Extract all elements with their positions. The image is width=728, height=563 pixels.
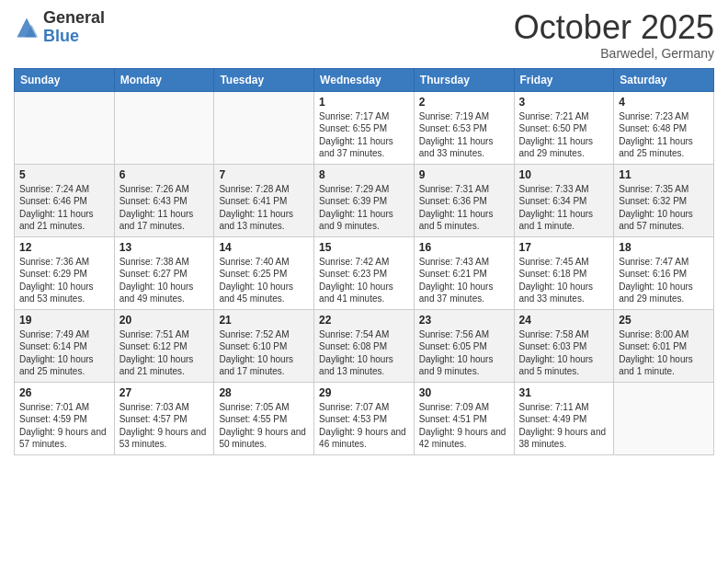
calendar-header-thursday: Thursday <box>414 68 514 91</box>
day-info: Sunrise: 7:21 AM Sunset: 6:50 PM Dayligh… <box>519 110 609 160</box>
day-number: 2 <box>419 96 509 109</box>
calendar: SundayMondayTuesdayWednesdayThursdayFrid… <box>14 68 714 455</box>
day-number: 22 <box>319 314 409 327</box>
day-number: 25 <box>619 314 709 327</box>
calendar-cell <box>614 382 714 454</box>
day-info: Sunrise: 7:17 AM Sunset: 6:55 PM Dayligh… <box>319 110 409 160</box>
calendar-cell: 13Sunrise: 7:38 AM Sunset: 6:27 PM Dayli… <box>114 236 214 309</box>
calendar-week-row-3: 12Sunrise: 7:36 AM Sunset: 6:29 PM Dayli… <box>15 236 714 309</box>
calendar-cell: 26Sunrise: 7:01 AM Sunset: 4:59 PM Dayli… <box>15 382 115 454</box>
day-number: 10 <box>519 168 609 181</box>
logo-blue-text: Blue <box>43 28 105 46</box>
calendar-cell: 25Sunrise: 8:00 AM Sunset: 6:01 PM Dayli… <box>614 309 714 382</box>
calendar-week-row-2: 5Sunrise: 7:24 AM Sunset: 6:46 PM Daylig… <box>15 164 714 236</box>
calendar-cell: 5Sunrise: 7:24 AM Sunset: 6:46 PM Daylig… <box>15 164 115 236</box>
day-info: Sunrise: 7:07 AM Sunset: 4:53 PM Dayligh… <box>319 401 409 451</box>
day-info: Sunrise: 7:29 AM Sunset: 6:39 PM Dayligh… <box>319 183 409 233</box>
day-info: Sunrise: 7:26 AM Sunset: 6:43 PM Dayligh… <box>119 183 210 233</box>
calendar-header-tuesday: Tuesday <box>214 68 314 91</box>
logo: General Blue <box>14 9 105 46</box>
day-info: Sunrise: 7:54 AM Sunset: 6:08 PM Dayligh… <box>319 328 409 378</box>
location: Barwedel, Germany <box>514 46 714 61</box>
day-number: 16 <box>419 241 509 254</box>
day-number: 6 <box>119 168 210 181</box>
page: General Blue October 2025 Barwedel, Germ… <box>0 0 728 563</box>
day-info: Sunrise: 7:28 AM Sunset: 6:41 PM Dayligh… <box>219 183 309 233</box>
calendar-cell: 21Sunrise: 7:52 AM Sunset: 6:10 PM Dayli… <box>214 309 314 382</box>
day-info: Sunrise: 7:36 AM Sunset: 6:29 PM Dayligh… <box>19 256 109 305</box>
day-info: Sunrise: 7:23 AM Sunset: 6:48 PM Dayligh… <box>619 110 709 160</box>
day-info: Sunrise: 7:03 AM Sunset: 4:57 PM Dayligh… <box>119 401 210 451</box>
day-number: 23 <box>419 314 509 327</box>
calendar-cell: 6Sunrise: 7:26 AM Sunset: 6:43 PM Daylig… <box>114 164 214 236</box>
day-number: 1 <box>319 96 409 109</box>
calendar-cell: 30Sunrise: 7:09 AM Sunset: 4:51 PM Dayli… <box>414 382 514 454</box>
calendar-cell <box>214 91 314 164</box>
day-number: 30 <box>419 386 509 399</box>
calendar-cell: 17Sunrise: 7:45 AM Sunset: 6:18 PM Dayli… <box>514 236 614 309</box>
day-number: 19 <box>19 314 109 327</box>
day-number: 27 <box>119 386 210 399</box>
calendar-week-row-1: 1Sunrise: 7:17 AM Sunset: 6:55 PM Daylig… <box>15 91 714 164</box>
calendar-cell: 31Sunrise: 7:11 AM Sunset: 4:49 PM Dayli… <box>514 382 614 454</box>
day-info: Sunrise: 7:45 AM Sunset: 6:18 PM Dayligh… <box>519 256 609 305</box>
day-number: 18 <box>619 241 709 254</box>
calendar-cell <box>114 91 214 164</box>
day-info: Sunrise: 7:42 AM Sunset: 6:23 PM Dayligh… <box>319 256 409 305</box>
calendar-cell: 11Sunrise: 7:35 AM Sunset: 6:32 PM Dayli… <box>614 164 714 236</box>
day-info: Sunrise: 7:40 AM Sunset: 6:25 PM Dayligh… <box>219 256 309 305</box>
day-number: 3 <box>519 96 609 109</box>
day-number: 20 <box>119 314 210 327</box>
day-number: 12 <box>19 241 109 254</box>
calendar-cell: 1Sunrise: 7:17 AM Sunset: 6:55 PM Daylig… <box>314 91 415 164</box>
calendar-cell: 19Sunrise: 7:49 AM Sunset: 6:14 PM Dayli… <box>15 309 115 382</box>
calendar-cell: 20Sunrise: 7:51 AM Sunset: 6:12 PM Dayli… <box>114 309 214 382</box>
calendar-cell: 23Sunrise: 7:56 AM Sunset: 6:05 PM Dayli… <box>414 309 514 382</box>
day-info: Sunrise: 7:58 AM Sunset: 6:03 PM Dayligh… <box>519 328 609 378</box>
day-number: 31 <box>519 386 609 399</box>
day-number: 15 <box>319 241 409 254</box>
month-title: October 2025 <box>514 9 714 46</box>
calendar-cell: 29Sunrise: 7:07 AM Sunset: 4:53 PM Dayli… <box>314 382 415 454</box>
calendar-cell <box>15 91 115 164</box>
logo-icon <box>14 15 40 40</box>
day-info: Sunrise: 7:05 AM Sunset: 4:55 PM Dayligh… <box>219 401 309 451</box>
calendar-cell: 10Sunrise: 7:33 AM Sunset: 6:34 PM Dayli… <box>514 164 614 236</box>
calendar-cell: 4Sunrise: 7:23 AM Sunset: 6:48 PM Daylig… <box>614 91 714 164</box>
day-info: Sunrise: 7:47 AM Sunset: 6:16 PM Dayligh… <box>619 256 709 305</box>
logo-text: General Blue <box>43 9 105 46</box>
day-info: Sunrise: 7:19 AM Sunset: 6:53 PM Dayligh… <box>419 110 509 160</box>
day-info: Sunrise: 7:24 AM Sunset: 6:46 PM Dayligh… <box>19 183 109 233</box>
calendar-cell: 12Sunrise: 7:36 AM Sunset: 6:29 PM Dayli… <box>15 236 115 309</box>
day-number: 11 <box>619 168 709 181</box>
calendar-header-row: SundayMondayTuesdayWednesdayThursdayFrid… <box>15 68 714 91</box>
day-info: Sunrise: 7:35 AM Sunset: 6:32 PM Dayligh… <box>619 183 709 233</box>
calendar-cell: 7Sunrise: 7:28 AM Sunset: 6:41 PM Daylig… <box>214 164 314 236</box>
day-number: 29 <box>319 386 409 399</box>
day-info: Sunrise: 7:38 AM Sunset: 6:27 PM Dayligh… <box>119 256 210 305</box>
day-number: 24 <box>519 314 609 327</box>
day-number: 28 <box>219 386 309 399</box>
day-number: 9 <box>419 168 509 181</box>
calendar-cell: 14Sunrise: 7:40 AM Sunset: 6:25 PM Dayli… <box>214 236 314 309</box>
day-number: 7 <box>219 168 309 181</box>
calendar-cell: 22Sunrise: 7:54 AM Sunset: 6:08 PM Dayli… <box>314 309 415 382</box>
calendar-week-row-5: 26Sunrise: 7:01 AM Sunset: 4:59 PM Dayli… <box>15 382 714 454</box>
day-info: Sunrise: 7:09 AM Sunset: 4:51 PM Dayligh… <box>419 401 509 451</box>
day-number: 5 <box>19 168 109 181</box>
day-info: Sunrise: 7:51 AM Sunset: 6:12 PM Dayligh… <box>119 328 210 378</box>
calendar-cell: 16Sunrise: 7:43 AM Sunset: 6:21 PM Dayli… <box>414 236 514 309</box>
logo-general-text: General <box>43 9 105 28</box>
calendar-cell: 8Sunrise: 7:29 AM Sunset: 6:39 PM Daylig… <box>314 164 415 236</box>
day-number: 13 <box>119 241 210 254</box>
day-number: 26 <box>19 386 109 399</box>
calendar-header-saturday: Saturday <box>614 68 714 91</box>
day-info: Sunrise: 7:49 AM Sunset: 6:14 PM Dayligh… <box>19 328 109 378</box>
calendar-header-monday: Monday <box>114 68 214 91</box>
day-number: 21 <box>219 314 309 327</box>
calendar-cell: 9Sunrise: 7:31 AM Sunset: 6:36 PM Daylig… <box>414 164 514 236</box>
calendar-week-row-4: 19Sunrise: 7:49 AM Sunset: 6:14 PM Dayli… <box>15 309 714 382</box>
calendar-cell: 27Sunrise: 7:03 AM Sunset: 4:57 PM Dayli… <box>114 382 214 454</box>
calendar-header-friday: Friday <box>514 68 614 91</box>
day-number: 14 <box>219 241 309 254</box>
